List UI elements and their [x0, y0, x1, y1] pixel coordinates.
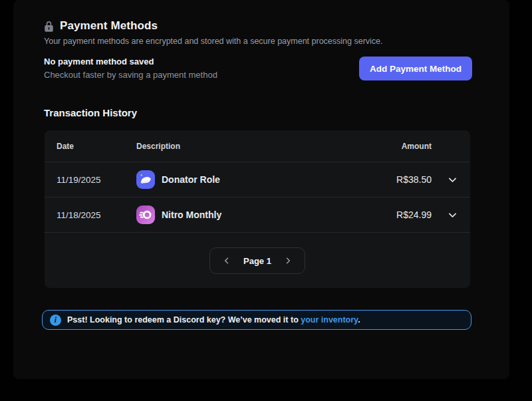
chevron-left-icon[interactable]	[221, 255, 233, 267]
payment-methods-header: Payment Methods Your payment methods are…	[44, 19, 383, 46]
redeem-key-banner: i Psst! Looking to redeem a Discord key?…	[42, 310, 471, 330]
transaction-description: Donator Role	[162, 174, 220, 185]
page-title: Payment Methods	[60, 19, 158, 33]
chevron-down-icon[interactable]	[432, 209, 458, 221]
chevron-down-icon[interactable]	[432, 174, 458, 186]
banner-text: Psst! Looking to redeem a Discord key? W…	[67, 315, 360, 325]
page-subtitle: Your payment methods are encrypted and s…	[44, 37, 383, 46]
table-row[interactable]: 11/19/2025 Donator Role R$38.50	[45, 162, 470, 198]
transaction-date: 11/19/2025	[57, 175, 136, 185]
donator-role-icon	[136, 170, 155, 189]
add-payment-method-button[interactable]: Add Payment Method	[359, 57, 472, 80]
payment-status-section: No payment method saved Checkout faster …	[44, 57, 472, 80]
transaction-amount: R$24.99	[358, 209, 432, 220]
pagination-pill: Page 1	[209, 247, 305, 274]
transaction-date: 11/18/2025	[57, 210, 136, 220]
your-inventory-link[interactable]: your inventory	[301, 315, 358, 325]
column-header-date: Date	[57, 142, 136, 151]
table-header-row: Date Description Amount	[45, 130, 470, 162]
chevron-right-icon[interactable]	[282, 255, 294, 267]
lock-icon	[44, 21, 54, 32]
info-icon: i	[50, 315, 61, 326]
no-payment-method-text: No payment method saved	[44, 57, 217, 67]
pagination: Page 1	[45, 233, 470, 288]
table-row[interactable]: 11/18/2025	[45, 198, 470, 233]
transaction-amount: R$38.50	[358, 174, 432, 185]
page-number-label: Page 1	[243, 256, 271, 266]
checkout-faster-text: Checkout faster by saving a payment meth…	[44, 70, 217, 80]
column-header-amount: Amount	[358, 142, 432, 151]
column-header-description: Description	[136, 142, 358, 151]
transaction-description: Nitro Monthly	[162, 209, 221, 220]
nitro-icon	[136, 205, 155, 224]
transaction-table: Date Description Amount 11/19/2025 Donat…	[45, 130, 470, 288]
transaction-history-title: Transaction History	[44, 107, 137, 118]
